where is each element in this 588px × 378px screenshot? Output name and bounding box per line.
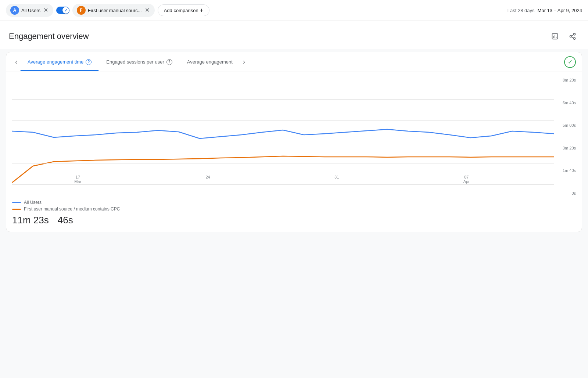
prev-tab-button[interactable]: ‹ [12, 52, 20, 72]
legend-line-orange [12, 209, 21, 210]
tab-engaged-sessions[interactable]: Engaged sessions per user ? [99, 53, 180, 71]
segment-toggle[interactable]: ✓ [56, 7, 69, 14]
header-actions [548, 30, 579, 43]
tab-average-engagement[interactable]: Average engagement [180, 53, 240, 71]
segment2-close-icon[interactable]: ✕ [144, 7, 150, 13]
date-period: Last 28 days [508, 8, 535, 13]
grid-line-1 [12, 99, 554, 100]
svg-line-8 [571, 35, 574, 36]
legend: All Users First user manual source / med… [6, 195, 582, 213]
segment2-label: First user manual sourc... [88, 8, 142, 13]
add-comparison-button[interactable]: Add comparison + [158, 4, 209, 16]
value-orange: 46s [58, 215, 73, 226]
date-range-value: Mar 13 – Apr 9, 2024 [538, 8, 582, 13]
chart-container: 8m 20s 6m 40s 5m 00s 3m 20s 1m 40s 0s [12, 78, 576, 195]
metric-tabs: ‹ Average engagement time ? Engaged sess… [6, 52, 582, 72]
chart-card: ‹ Average engagement time ? Engaged sess… [6, 52, 582, 232]
svg-point-5 [570, 36, 572, 37]
segment-chip-first-user[interactable]: F First user manual sourc... ✕ [72, 4, 155, 17]
legend-row-orange: First user manual source / medium contai… [12, 206, 576, 212]
engaged-sessions-info-icon[interactable]: ? [166, 59, 172, 65]
avg-engagement-info-icon[interactable]: ? [86, 59, 92, 65]
segment1-close-icon[interactable]: ✕ [43, 7, 49, 13]
svg-line-7 [571, 37, 574, 38]
svg-point-6 [574, 37, 576, 39]
avatar-all-users: A [10, 6, 19, 15]
y-label-0: 8m 20s [556, 78, 576, 82]
page-header: Engagement overview [0, 21, 588, 49]
check-icon: ✓ [568, 58, 573, 65]
date-range: Last 28 days Mar 13 – Apr 9, 2024 [508, 8, 582, 13]
x-label-mar17: 17 Mar [74, 175, 81, 184]
add-icon: + [200, 7, 203, 14]
grid-line-3 [12, 142, 554, 142]
main-content: ‹ Average engagement time ? Engaged sess… [0, 52, 588, 241]
svg-point-4 [574, 33, 576, 35]
x-label-mar24: 24 [205, 175, 210, 179]
y-label-4: 1m 40s [556, 168, 576, 173]
segment-chip-all-users[interactable]: A All Users ✕ [6, 4, 53, 17]
y-label-1: 6m 40s [556, 101, 576, 105]
x-label-apr07: 07 Apr [463, 175, 470, 184]
toggle-check-icon: ✓ [64, 8, 68, 13]
x-axis: 17 Mar 24 31 07 Apr [12, 173, 532, 184]
y-label-2: 5m 00s [556, 123, 576, 127]
top-bar: A All Users ✕ ✓ F First user manual sour… [0, 0, 588, 21]
grid-line-top [12, 78, 554, 78]
toggle-knob: ✓ [62, 7, 69, 14]
chart-plot: 17 Mar 24 31 07 Apr [12, 78, 554, 184]
next-tab-button[interactable]: › [240, 52, 248, 72]
tab-average-engagement-time[interactable]: Average engagement time ? [20, 53, 99, 71]
tab-avg-engagement-label: Average engagement [187, 59, 233, 65]
segment1-label: All Users [21, 8, 40, 13]
line-chart-svg [12, 78, 554, 184]
value-blue: 11m 23s [12, 215, 49, 226]
check-circle-icon: ✓ [564, 56, 576, 68]
grid-line-4 [12, 163, 554, 163]
x-label-mar31: 31 [334, 175, 339, 179]
legend-row-blue: All Users [12, 200, 576, 205]
tab-avg-label: Average engagement time [28, 59, 83, 65]
grid-line-bottom [12, 184, 554, 185]
blue-line [12, 129, 554, 138]
tab-sessions-label: Engaged sessions per user [106, 59, 164, 65]
edit-chart-icon[interactable] [548, 30, 562, 43]
page-title: Engagement overview [9, 32, 89, 41]
legend-line-blue [12, 202, 21, 203]
chart-area: 8m 20s 6m 40s 5m 00s 3m 20s 1m 40s 0s [6, 72, 582, 195]
legend-label-orange: First user manual source / medium contai… [24, 206, 120, 212]
legend-values: 11m 23s 46s [6, 213, 582, 226]
y-axis-labels: 8m 20s 6m 40s 5m 00s 3m 20s 1m 40s 0s [556, 78, 576, 195]
share-icon[interactable] [566, 30, 579, 43]
y-label-3: 3m 20s [556, 146, 576, 150]
grid-line-2 [12, 120, 554, 121]
y-label-5: 0s [556, 191, 576, 195]
avatar-first-user: F [77, 6, 86, 15]
add-comparison-label: Add comparison [164, 8, 198, 13]
legend-label-blue: All Users [24, 200, 42, 205]
